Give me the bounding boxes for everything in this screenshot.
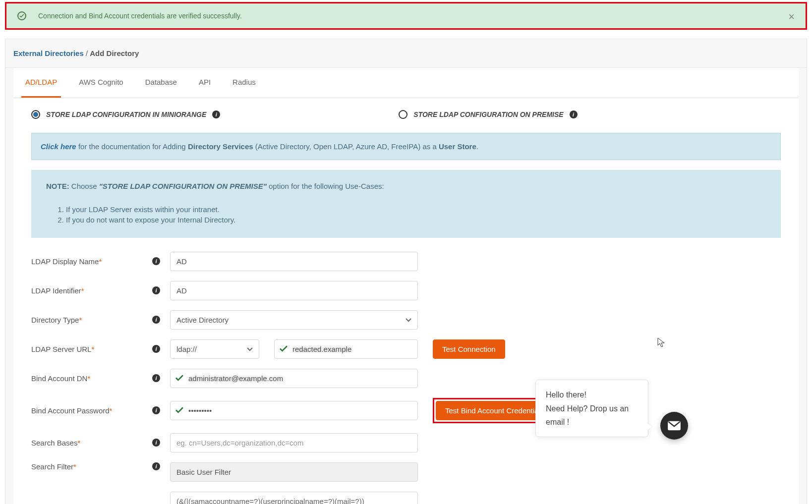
close-icon[interactable]: × <box>788 11 795 22</box>
label-bind-password: Bind Account Password* i <box>31 406 170 415</box>
note-label: NOTE: <box>46 182 69 190</box>
info-icon[interactable]: i <box>570 111 578 118</box>
radio-onpremise[interactable]: STORE LDAP CONFIGURATION ON PREMISE i <box>399 110 577 119</box>
required-mark: * <box>110 406 113 415</box>
tab-aws-cognito[interactable]: AWS Cognito <box>75 68 127 98</box>
tab-content: STORE LDAP CONFIGURATION IN MINIORANGE i… <box>13 98 799 504</box>
required-mark: * <box>87 374 90 383</box>
check-icon <box>279 345 288 353</box>
bind-password-input[interactable] <box>170 401 418 420</box>
row-server-url: LDAP Server URL* i ldap:// Test Connecti… <box>31 339 781 359</box>
info-icon[interactable]: i <box>212 111 220 118</box>
required-mark: * <box>91 345 94 353</box>
label-directory-type: Directory Type* i <box>31 316 170 324</box>
info-icon[interactable]: i <box>152 374 160 382</box>
protocol-select[interactable]: ldap:// <box>170 339 259 359</box>
radio-miniorange[interactable]: STORE LDAP CONFIGURATION IN MINIORANGE i <box>31 110 220 119</box>
label-display-name: LDAP Display Name* i <box>31 257 170 266</box>
docbox-userstore: User Store <box>439 142 476 151</box>
info-icon[interactable]: i <box>152 286 160 294</box>
note-item-2: If you do not want to expose your Intern… <box>66 216 766 224</box>
chat-line-2: Need Help? Drop us an email ! <box>546 402 638 429</box>
row-search-filter: Search Filter* i Basic User Filter (&(|(… <box>31 462 781 504</box>
search-bases-input[interactable] <box>170 433 418 452</box>
server-url-input[interactable] <box>274 339 418 359</box>
directory-type-select[interactable]: Active Directory <box>170 310 418 330</box>
chat-line-1: Hello there! <box>546 388 638 401</box>
label-text: Bind Account Password <box>31 406 110 415</box>
mail-icon <box>667 420 681 431</box>
docbox-text3: . <box>476 142 478 151</box>
label-bind-dn: Bind Account DN* i <box>31 374 170 383</box>
row-identifier: LDAP Identifier* i <box>31 281 781 300</box>
info-icon[interactable]: i <box>152 345 160 353</box>
row-display-name: LDAP Display Name* i <box>31 252 781 271</box>
storage-radio-group: STORE LDAP CONFIGURATION IN MINIORANGE i… <box>31 110 781 119</box>
label-identifier: LDAP Identifier* i <box>31 286 170 295</box>
mouse-cursor-icon <box>657 337 665 347</box>
docbox-text2: (Active Directory, Open LDAP, Azure AD, … <box>253 142 439 151</box>
docbox-text: for the documentation for Adding <box>76 142 188 151</box>
required-mark: * <box>81 286 84 295</box>
tab-ad-ldap[interactable]: AD/LDAP <box>21 68 61 98</box>
row-directory-type: Directory Type* i Active Directory <box>31 310 781 330</box>
label-text: LDAP Identifier <box>31 286 81 295</box>
ldap-display-name-input[interactable] <box>170 252 418 271</box>
label-search-bases: Search Bases* i <box>31 439 170 447</box>
note-pre: Choose <box>69 182 99 190</box>
info-icon[interactable]: i <box>152 316 160 324</box>
radio-empty-icon <box>399 110 407 119</box>
label-text: LDAP Display Name <box>31 257 99 266</box>
tab-database[interactable]: Database <box>141 68 181 98</box>
breadcrumb-current: Add Directory <box>90 49 139 57</box>
bind-dn-input[interactable] <box>170 369 418 388</box>
required-mark: * <box>99 257 102 266</box>
tab-api[interactable]: API <box>195 68 215 98</box>
tab-radius[interactable]: Radius <box>229 68 260 98</box>
radio-onpremise-label: STORE LDAP CONFIGURATION ON PREMISE <box>413 111 563 118</box>
info-icon[interactable]: i <box>152 257 160 265</box>
note-config-name: "STORE LDAP CONFIGURATION ON PREMISE" <box>99 182 267 190</box>
main-panel: External Directories / Add Directory AD/… <box>5 39 807 504</box>
alert-message: Connection and Bind Account credentials … <box>38 12 242 20</box>
info-icon[interactable]: i <box>152 439 160 447</box>
check-icon <box>175 374 184 383</box>
docbox-dirservices: Directory Services <box>188 142 253 151</box>
note-box: NOTE: Choose "STORE LDAP CONFIGURATION O… <box>31 170 781 238</box>
breadcrumb: External Directories / Add Directory <box>5 39 807 68</box>
breadcrumb-parent[interactable]: External Directories <box>13 49 84 57</box>
chat-button[interactable] <box>660 412 688 440</box>
label-text: Search Bases <box>31 439 77 447</box>
required-mark: * <box>79 316 82 324</box>
info-icon[interactable]: i <box>152 462 160 470</box>
check-icon <box>175 406 184 415</box>
documentation-link-box: Click here for the documentation for Add… <box>31 133 781 160</box>
note-item-1: If your LDAP Server exists within your i… <box>66 205 766 214</box>
required-mark: * <box>77 439 80 447</box>
click-here-link[interactable]: Click here <box>41 142 76 151</box>
info-icon[interactable]: i <box>152 406 160 414</box>
tabs: AD/LDAP AWS Cognito Database API Radius <box>13 68 799 98</box>
search-filter-select[interactable]: Basic User Filter <box>170 462 418 482</box>
label-text: LDAP Server URL <box>31 345 91 353</box>
label-text: Bind Account DN <box>31 374 87 383</box>
note-post: option for the following Use-Cases: <box>267 182 384 190</box>
success-alert: Connection and Bind Account credentials … <box>5 2 807 30</box>
breadcrumb-sep: / <box>86 49 88 57</box>
required-mark: * <box>73 462 76 471</box>
test-connection-button[interactable]: Test Connection <box>433 339 505 359</box>
note-list: If your LDAP Server exists within your i… <box>66 205 766 224</box>
radio-miniorange-label: STORE LDAP CONFIGURATION IN MINIORANGE <box>46 111 206 118</box>
label-text: Directory Type <box>31 316 79 324</box>
search-filter-expression: (&(|(samaccountname=?)(userprincipalname… <box>170 492 418 504</box>
ldap-identifier-input[interactable] <box>170 281 418 300</box>
label-server-url: LDAP Server URL* i <box>31 345 170 353</box>
check-circle-icon <box>17 11 26 20</box>
label-search-filter: Search Filter* i <box>31 462 170 471</box>
chat-bubble: Hello there! Need Help? Drop us an email… <box>535 380 648 437</box>
row-bind-dn: Bind Account DN* i <box>31 369 781 388</box>
radio-filled-icon <box>31 110 40 119</box>
label-text: Search Filter <box>31 462 73 471</box>
